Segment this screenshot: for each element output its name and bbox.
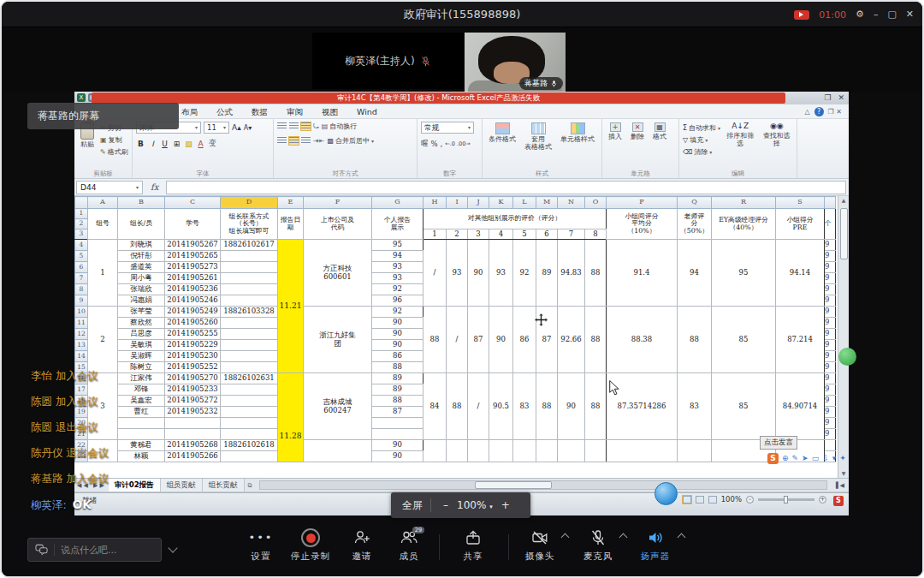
excel-close-icon: ✕ — [838, 92, 844, 104]
personal-score-cell — [372, 429, 424, 440]
mic-button[interactable]: 麦克风 — [573, 528, 623, 563]
eval-score-cell: 90 — [468, 240, 489, 307]
phone-cell — [221, 251, 278, 262]
eval-score-cell: 87 — [468, 307, 489, 373]
personal-score-cell: 90 — [372, 340, 424, 351]
share-zoom-level[interactable]: 100% ▾ — [457, 499, 493, 511]
percent-icon: % — [431, 140, 438, 148]
row-header: 8 — [75, 284, 88, 295]
annotation-toolbar[interactable]: S ⊕ ✎ ➤ ▭ ⇩ ▾ ✦ — [767, 453, 846, 464]
chat-expand-chevron-icon[interactable] — [168, 543, 177, 552]
group-score-cell: 84.90714 — [776, 373, 825, 440]
speak-tooltip: 点击发言 — [760, 436, 797, 450]
floating-assistant-ball[interactable] — [654, 482, 678, 505]
zoom-in-button[interactable]: + — [501, 499, 510, 511]
col-header — [825, 197, 836, 209]
eval-score-cell: 93 — [447, 240, 468, 307]
phone-cell — [221, 329, 278, 340]
meeting-titlebar: 政府审计(155898898) 01:00 ⚙ – ▢ ✕ — [2, 2, 922, 27]
invite-button[interactable]: 邀请 — [337, 528, 387, 563]
speaker-button[interactable]: 扬声器 — [631, 528, 680, 563]
member-name-cell: 张瑞欣 — [118, 284, 165, 295]
report-date-cell: 11.21 — [278, 240, 304, 373]
cells-group-label: 单元格 — [602, 170, 678, 178]
zoom-level: 100% — [721, 495, 742, 504]
camera-button[interactable]: 摄像头 — [515, 528, 565, 563]
download-icon[interactable]: ⇩ — [822, 453, 829, 464]
cell: 9 — [825, 429, 836, 440]
group-score-cell: 94.14 — [776, 240, 825, 307]
format-cells-icon: ▦ — [654, 122, 666, 132]
arrow-tool-icon[interactable]: ➤ — [802, 453, 808, 464]
fullscreen-button[interactable]: 全屏 — [402, 498, 423, 513]
phone-cell — [221, 451, 278, 462]
student-id-cell: 20141905236 — [165, 284, 221, 295]
horizontal-scrollbar — [259, 480, 828, 490]
student-id-cell: 20141905266 — [165, 451, 221, 462]
maximize-button[interactable]: ▢ — [887, 2, 896, 27]
cell: 9 — [825, 295, 836, 307]
format-cells-button: ▦ 格式 — [650, 122, 669, 168]
phone-cell — [221, 340, 278, 351]
cell: 个人报告 展示 — [372, 209, 424, 240]
stop-record-button[interactable]: 停止录制 — [282, 528, 339, 563]
filter-icon[interactable]: ▾ — [832, 453, 837, 464]
members-button[interactable]: 29 成员 — [384, 528, 434, 563]
tools-icon[interactable]: ✦ — [839, 453, 846, 464]
pen-icon[interactable]: ✎ — [792, 453, 799, 464]
clipboard-group-label: 剪贴板 — [74, 170, 132, 178]
member-name-cell: 曹红 — [118, 407, 165, 418]
chat-input[interactable]: 说点什么吧... — [27, 538, 162, 562]
row-header: 7 — [75, 273, 88, 284]
cell: 个 — [825, 209, 836, 240]
settings-button[interactable]: ••• 设置 — [236, 528, 286, 563]
chat-message: 蒋基路 加入会议 — [31, 472, 109, 483]
personal-score-cell: 93 — [372, 262, 424, 273]
menu-item: 布局 — [181, 104, 198, 119]
close-button[interactable]: ✕ — [906, 2, 914, 27]
minimize-button[interactable]: – — [874, 2, 879, 27]
name-box: D44▾ — [76, 181, 143, 194]
fill-button: ▽填充▾ — [683, 135, 720, 145]
floating-green-ball[interactable] — [838, 348, 856, 366]
cell: 9 — [825, 329, 836, 340]
shared-screen[interactable]: X ▤ ↶ ↷ 审计14C【第4教学周】(修改) - Microsoft Exc… — [74, 92, 849, 515]
members-count-badge: 29 — [412, 527, 424, 533]
cell: 6 — [536, 229, 558, 240]
member-name-cell — [118, 418, 165, 429]
phone-cell: 18826102631 — [221, 373, 278, 384]
italic-button: I — [148, 140, 157, 148]
teacher-score-cell: 94 — [678, 240, 712, 307]
eval-score-cell: / — [468, 373, 489, 440]
phone-cell — [221, 273, 278, 284]
gear-icon[interactable]: ⚙ — [856, 2, 864, 27]
video-tile-host[interactable]: 柳英泽(主持人) — [312, 33, 464, 89]
eval-score-cell — [513, 440, 536, 462]
ribbon-group-cells: + 插入 ✕ 删除 ▦ 格式 单元格 — [602, 119, 679, 178]
host-name: 柳英泽(主持人) — [345, 54, 414, 69]
chat-message: 李怡 加入会议 — [31, 369, 109, 380]
laser-icon[interactable]: ⊕ — [782, 453, 789, 464]
annotation-s-icon[interactable]: S — [767, 453, 779, 464]
sheet-tab: 审计02报告 — [109, 479, 161, 492]
chat-message: 陈丹仪 退出会议 — [31, 446, 109, 457]
cell: 9 — [825, 373, 836, 384]
editing-group-label: 编辑 — [679, 170, 797, 178]
menu-item: Wind — [357, 104, 377, 119]
company-cell — [304, 440, 372, 462]
video-tile-presenter[interactable]: 蒋基路 — [465, 33, 566, 92]
teacher-score-cell: 83 — [678, 373, 712, 440]
phone-cell — [221, 262, 278, 273]
cell: 2 — [447, 229, 468, 240]
phone-cell — [221, 418, 278, 429]
delete-cells-button: ✕ 删除 — [628, 122, 647, 168]
shape-icon[interactable]: ▭ — [812, 453, 820, 464]
student-id-cell: 20141905272 — [165, 396, 221, 407]
excel-titlebar: X ▤ ↶ ↷ 审计14C【第4教学周】(修改) - Microsoft Exc… — [74, 92, 849, 104]
col-header: I — [447, 197, 468, 209]
col-header: A — [88, 197, 118, 209]
member-name-cell: 蔡欣然 — [118, 318, 165, 329]
share-button[interactable]: 共享 — [448, 528, 498, 563]
zoom-out-button[interactable]: – — [443, 499, 448, 511]
phonetic-button: 变 — [208, 138, 217, 149]
